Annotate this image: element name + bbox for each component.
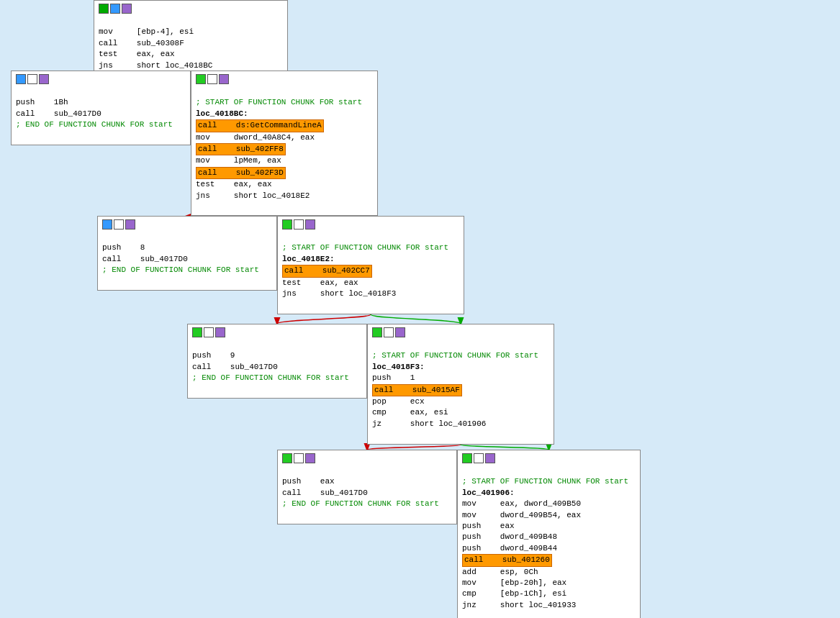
node-top-header — [99, 4, 283, 14]
node-center2: ; START OF FUNCTION CHUNK FOR start loc_… — [277, 216, 464, 314]
node-left2: push 8 call sub_4017D0 ; END OF FUNCTION… — [97, 216, 277, 291]
push8: push 8 call sub_4017D0 — [102, 243, 188, 263]
node-right4-icons — [462, 453, 495, 463]
comment-start2: ; START OF FUNCTION CHUNK FOR start — [282, 243, 448, 252]
push-eax: push eax call sub_4017D0 — [282, 477, 368, 496]
node-left2-content: push 8 call sub_4017D0 ; END OF FUNCTION… — [102, 232, 272, 287]
icon-white-6 — [384, 327, 394, 337]
icon-white-4 — [294, 219, 304, 230]
icon-purple-6 — [215, 327, 225, 337]
node-right4: ; START OF FUNCTION CHUNK FOR start loc_… — [457, 450, 641, 618]
call-getcommand: call ds:GetCommandLineA — [196, 121, 324, 129]
icon-purple-5 — [305, 219, 315, 230]
icon-white-5 — [204, 327, 214, 337]
icon-blue — [110, 4, 120, 14]
add-esp: add esp, 0Ch mov [ebp-20h], eax cmp [ebp… — [462, 568, 576, 609]
node-left3-content: push 9 call sub_4017D0 ; END OF FUNCTION… — [192, 340, 362, 395]
icon-white-3 — [114, 219, 124, 230]
push1: push 1 — [372, 373, 415, 382]
icon-blue-2 — [16, 74, 26, 84]
icon-purple-9 — [485, 453, 495, 463]
node-left3: push 9 call sub_4017D0 ; END OF FUNCTION… — [187, 324, 367, 399]
comment3: ; END OF FUNCTION CHUNK FOR start — [192, 373, 349, 382]
line1: mov [ebp-4], esi call sub_40308F test ea… — [99, 27, 212, 69]
icon-purple-3 — [219, 74, 229, 84]
node-left1: push 1Bh call sub_4017D0 ; END OF FUNCTI… — [11, 71, 191, 145]
node-right4-content: ; START OF FUNCTION CHUNK FOR start loc_… — [462, 465, 636, 618]
node-center1-icons — [196, 74, 229, 84]
node-left4-content: push eax call sub_4017D0 ; END OF FUNCTI… — [282, 465, 452, 521]
node-left4-icons — [282, 453, 315, 463]
node-left4: push eax call sub_4017D0 ; END OF FUNCTI… — [277, 450, 457, 524]
call-401260: call sub_401260 — [462, 555, 552, 564]
mov-block: mov eax, dword_409B50 mov dword_409B54, … — [462, 499, 581, 553]
node-left3-header — [192, 327, 362, 337]
icon-green-5 — [372, 327, 382, 337]
call-402cc7: call sub_402CC7 — [282, 266, 372, 275]
icon-green-2 — [196, 74, 206, 84]
label-loc3: loc_4018F3: — [372, 363, 425, 371]
icon-purple-8 — [305, 453, 315, 463]
icon-green-4 — [192, 327, 202, 337]
test2: test eax, eax jns short loc_4018F3 — [282, 278, 396, 298]
node-left1-content: push 1Bh call sub_4017D0 ; END OF FUNCTI… — [16, 86, 186, 142]
node-left1-icons — [16, 74, 49, 84]
node-left3-icons — [192, 327, 225, 337]
node-center3-header — [372, 327, 549, 337]
label-loc2: loc_4018E2: — [282, 255, 335, 263]
node-center3-icons — [372, 327, 405, 337]
icon-green — [99, 4, 109, 14]
label-loc: loc_4018BC: — [196, 109, 248, 118]
node-left4-header — [282, 453, 452, 463]
call-4015af: call sub_4015AF — [372, 386, 462, 394]
mov2: mov lpMem, eax — [196, 156, 281, 165]
node-top-icons — [99, 4, 132, 14]
pop-ecx: pop ecx cmp eax, esi jz short loc_401906 — [372, 397, 486, 428]
comment4: ; END OF FUNCTION CHUNK FOR start — [282, 499, 439, 508]
icon-white-2 — [207, 74, 217, 84]
icon-purple-4 — [125, 219, 135, 230]
icon-purple-2 — [39, 74, 49, 84]
icon-green-7 — [462, 453, 472, 463]
comment-start: ; START OF FUNCTION CHUNK FOR start — [196, 98, 362, 106]
icon-green-3 — [282, 219, 292, 230]
node-center1: ; START OF FUNCTION CHUNK FOR start loc_… — [191, 71, 378, 216]
node-right4-header — [462, 453, 636, 463]
comment2: ; END OF FUNCTION CHUNK FOR start — [102, 265, 259, 274]
icon-purple-7 — [395, 327, 405, 337]
call-402ff8: call sub_402FF8 — [196, 145, 286, 153]
node-left2-icons — [102, 219, 135, 230]
node-center2-content: ; START OF FUNCTION CHUNK FOR start loc_… — [282, 232, 459, 311]
comment-start4: ; START OF FUNCTION CHUNK FOR start — [462, 477, 628, 486]
push9: push 9 call sub_4017D0 — [192, 351, 278, 371]
call-402f3d: call sub_402F3D — [196, 168, 286, 177]
line1: push 1Bh call sub_4017D0 — [16, 98, 101, 117]
icon-green-6 — [282, 453, 292, 463]
node-left2-header — [102, 219, 272, 230]
node-center3-content: ; START OF FUNCTION CHUNK FOR start loc_… — [372, 340, 549, 441]
mov1: mov dword_40A8C4, eax — [196, 133, 315, 142]
icon-blue-3 — [102, 219, 112, 230]
test1: test eax, eax jns short loc_4018E2 — [196, 180, 310, 199]
comment-start3: ; START OF FUNCTION CHUNK FOR start — [372, 351, 538, 360]
icon-white-7 — [294, 453, 304, 463]
node-center2-header — [282, 219, 459, 230]
node-center1-header — [196, 74, 373, 84]
label-loc4: loc_401906: — [462, 489, 515, 497]
icon-purple — [122, 4, 132, 14]
comment1: ; END OF FUNCTION CHUNK FOR start — [16, 120, 173, 129]
node-center1-content: ; START OF FUNCTION CHUNK FOR start loc_… — [196, 86, 373, 212]
graph-container: mov [ebp-4], esi call sub_40308F test ea… — [0, 0, 840, 618]
node-center3: ; START OF FUNCTION CHUNK FOR start loc_… — [367, 324, 554, 445]
node-center2-icons — [282, 219, 315, 230]
node-left1-header — [16, 74, 186, 84]
icon-white — [27, 74, 37, 84]
icon-white-8 — [474, 453, 484, 463]
